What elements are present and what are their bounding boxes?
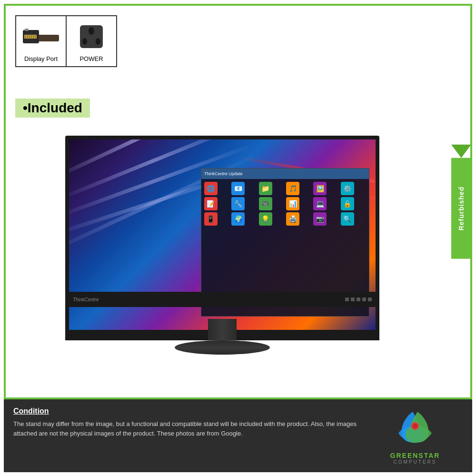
- refurbished-arrow: [451, 144, 471, 158]
- power-label: POWER: [79, 55, 103, 62]
- monitor-base: [175, 340, 270, 355]
- app-icon-1: 📧: [231, 182, 245, 195]
- app-icon-4: 🖼️: [313, 182, 327, 195]
- condition-title: Condition: [13, 407, 358, 416]
- app-icon-17: 🔍: [341, 212, 354, 226]
- accessories-box: Display Port POWER: [15, 15, 117, 67]
- svg-rect-6: [31, 35, 32, 38]
- displayport-icon: [22, 20, 60, 53]
- displayport-item: Display Port: [16, 16, 67, 66]
- app-icon-7: 🔧: [231, 197, 245, 210]
- app-icon-12: 📱: [204, 212, 218, 226]
- page-container: Refurbished: [0, 0, 476, 476]
- included-section: •Included: [15, 99, 90, 118]
- windows-title: ThinkCentre Update: [204, 171, 243, 176]
- greenstar-logo-icon: [394, 407, 436, 450]
- control-btn-2[interactable]: [351, 298, 355, 301]
- refurbished-box: Refurbished: [451, 158, 471, 259]
- svg-point-15: [413, 424, 417, 428]
- condition-body: The stand may differ from the image, but…: [13, 419, 358, 438]
- condition-text-area: Condition The stand may differ from the …: [13, 407, 358, 465]
- svg-rect-7: [33, 35, 34, 38]
- bottom-section: Condition The stand may differ from the …: [4, 399, 472, 472]
- app-icon-2: 📁: [259, 182, 272, 195]
- app-icon-10: 💻: [313, 197, 327, 210]
- control-btn-3[interactable]: [357, 298, 360, 301]
- app-icon-8: 🎮: [259, 197, 272, 210]
- app-icon-9: 📊: [286, 197, 299, 210]
- monitor-display-area: ThinkCentre Update 🌐📧📁🎵🖼️⚙️📝🔧🎮📊💻🔒📱🌍💡🖨️📷🔍…: [65, 136, 379, 388]
- svg-point-12: [82, 38, 87, 45]
- app-icon-16: 📷: [313, 212, 327, 226]
- included-label: Included: [28, 100, 82, 115]
- power-icon: [72, 20, 110, 53]
- displayport-label: Display Port: [24, 55, 58, 62]
- svg-point-13: [96, 38, 100, 45]
- monitor-bottom-bezel: ThinkCentre: [65, 292, 379, 307]
- app-icon-14: 💡: [259, 212, 272, 226]
- thinkcentre-logo: ThinkCentre: [73, 297, 99, 302]
- included-bullet: •: [23, 100, 28, 115]
- logo-sub: COMPUTERS: [394, 459, 437, 465]
- control-btn-4[interactable]: [362, 298, 366, 301]
- monitor-controls: [345, 298, 372, 301]
- app-icon-3: 🎵: [286, 182, 299, 195]
- monitor-frame: ThinkCentre Update 🌐📧📁🎵🖼️⚙️📝🔧🎮📊💻🔒📱🌍💡🖨️📷🔍…: [65, 136, 379, 355]
- app-icon-5: ⚙️: [341, 182, 354, 195]
- control-btn-5[interactable]: [368, 298, 372, 301]
- monitor-bezel: ThinkCentre Update 🌐📧📁🎵🖼️⚙️📝🔧🎮📊💻🔒📱🌍💡🖨️📷🔍…: [65, 136, 379, 340]
- refurbished-label: Refurbished: [457, 186, 465, 230]
- svg-rect-3: [25, 35, 26, 38]
- svg-rect-9: [25, 29, 29, 31]
- windows-app-grid: 🌐📧📁🎵🖼️⚙️📝🔧🎮📊💻🔒📱🌍💡🖨️📷🔍: [201, 179, 369, 228]
- refurbished-banner: Refurbished: [451, 144, 471, 259]
- svg-point-11: [89, 27, 94, 35]
- svg-rect-0: [36, 35, 59, 41]
- logo-name: GREENSTAR: [390, 452, 440, 459]
- app-icon-15: 🖨️: [286, 212, 299, 226]
- svg-rect-8: [35, 35, 36, 38]
- logo-area: GREENSTAR COMPUTERS: [367, 407, 463, 465]
- main-product-area: Refurbished: [4, 4, 472, 399]
- power-item: POWER: [67, 16, 116, 66]
- app-icon-6: 📝: [204, 197, 218, 210]
- app-icon-13: 🌍: [231, 212, 245, 226]
- windows-titlebar: ThinkCentre Update: [201, 169, 369, 179]
- svg-rect-4: [27, 35, 28, 38]
- included-text: •Included: [15, 99, 90, 118]
- svg-rect-5: [29, 35, 30, 38]
- monitor-stand-neck: [208, 319, 237, 340]
- app-icon-0: 🌐: [204, 182, 218, 195]
- app-icon-11: 🔒: [341, 197, 354, 210]
- control-btn-1[interactable]: [345, 298, 349, 301]
